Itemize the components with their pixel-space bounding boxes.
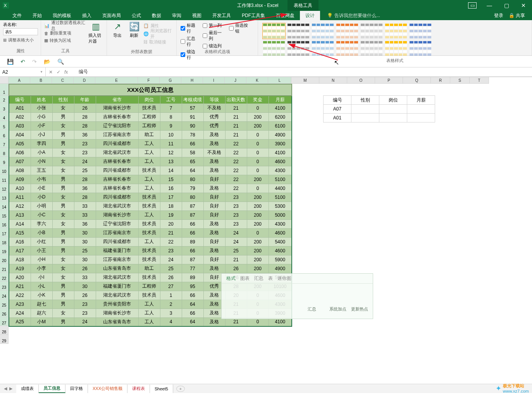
table-cell[interactable]: 66 — [182, 219, 203, 228]
column-header[interactable]: E — [95, 77, 138, 84]
table-cell[interactable]: 17 — [160, 193, 182, 202]
table-cell[interactable]: 小G — [31, 112, 52, 121]
table-cell[interactable]: 1 — [160, 291, 182, 300]
table-cell[interactable]: A20 — [9, 273, 31, 282]
table-cell[interactable]: 30 — [74, 255, 96, 264]
table-cell[interactable]: 4100 — [269, 148, 292, 157]
row-header[interactable]: 22 — [0, 273, 9, 281]
table-cell[interactable]: A05 — [9, 139, 31, 148]
undo-icon[interactable]: ↶ — [21, 59, 25, 65]
table-cell[interactable]: 23 — [225, 219, 247, 228]
table-style-thumb[interactable] — [262, 23, 286, 39]
table-cell[interactable]: 78 — [182, 130, 203, 139]
add-sheet-button[interactable]: + — [176, 386, 185, 392]
table-cell[interactable]: 57 — [182, 103, 203, 112]
table-cell[interactable]: 工人 — [138, 210, 160, 219]
table-cell[interactable]: 7 — [160, 103, 182, 112]
confirm-icon[interactable]: ✓ — [57, 69, 60, 75]
table-cell[interactable]: 男 — [52, 317, 74, 326]
table-cell[interactable]: 65 — [182, 157, 203, 166]
table-cell[interactable]: 及格 — [203, 246, 225, 255]
table-cell[interactable]: 及格 — [203, 157, 225, 166]
table-cell[interactable]: 12 — [160, 148, 182, 157]
table-cell[interactable]: 21 — [225, 130, 247, 139]
table-cell[interactable]: 0 — [247, 148, 269, 157]
table-cell[interactable]: 28 — [74, 193, 96, 202]
table-cell[interactable]: 22 — [225, 157, 247, 166]
table-cell[interactable]: 小E — [31, 184, 52, 193]
qa-tab-chart[interactable]: 图表 — [240, 275, 250, 282]
table-cell[interactable]: 22 — [225, 166, 247, 175]
table-cell[interactable]: 80 — [182, 193, 203, 202]
table-cell[interactable]: 王五 — [31, 166, 52, 175]
lookup-area[interactable]: 编号性别岗位月薪A07A01 — [323, 95, 435, 122]
table-cell[interactable]: 23 — [225, 210, 247, 219]
table-cell[interactable]: 女 — [52, 210, 74, 219]
table-cell[interactable]: A07 — [9, 157, 31, 166]
table-cell[interactable]: 女 — [52, 255, 74, 264]
table-cell[interactable]: 21 — [225, 121, 247, 130]
lookup-cell[interactable]: A01 — [324, 114, 351, 122]
tab-insert[interactable]: 插入 — [77, 11, 97, 20]
header-row-checkbox[interactable]: 标题行 — [181, 22, 199, 34]
table-cell[interactable]: 79 — [182, 184, 203, 193]
table-cell[interactable]: 女 — [52, 264, 74, 273]
table-cell[interactable]: 26 — [74, 291, 96, 300]
table-styles-gallery[interactable] — [261, 22, 440, 58]
column-header[interactable]: O — [347, 77, 375, 84]
row-header[interactable]: 3 — [0, 103, 9, 112]
row-header[interactable]: 19 — [0, 246, 9, 255]
table-cell[interactable]: 28 — [74, 175, 96, 184]
row-header[interactable]: 4 — [0, 112, 9, 121]
table-cell[interactable]: 小L — [31, 282, 52, 291]
table-cell[interactable]: 湖北省武汉市 — [96, 273, 138, 282]
table-cell[interactable]: A06 — [9, 148, 31, 157]
table-cell[interactable]: 福建省厦门市 — [96, 246, 138, 255]
tab-formula[interactable]: 公式 — [126, 11, 146, 20]
login-link[interactable]: 登录 — [494, 12, 503, 19]
table-name-input[interactable] — [3, 28, 38, 35]
table-cell[interactable]: 90 — [182, 121, 203, 130]
lookup-header[interactable]: 性别 — [351, 96, 379, 105]
column-header[interactable]: Q — [403, 77, 431, 84]
table-style-thumb[interactable] — [311, 23, 334, 39]
table-cell[interactable]: 四川省成都市 — [96, 166, 138, 175]
table-cell[interactable]: 及格 — [203, 228, 225, 237]
table-cell[interactable]: 80 — [182, 175, 203, 184]
row-header[interactable]: 18 — [0, 237, 9, 246]
table-cell[interactable]: A25 — [9, 317, 31, 326]
table-cell[interactable]: 不及格 — [203, 148, 225, 157]
table-cell[interactable]: 小明 — [31, 202, 52, 210]
row-header[interactable]: 11 — [0, 174, 9, 183]
table-cell[interactable]: 小K — [31, 291, 52, 300]
table-cell[interactable]: 24 — [225, 228, 247, 237]
table-cell[interactable]: 5300 — [269, 202, 292, 210]
table-cell[interactable]: 良好 — [203, 210, 225, 219]
select-all-corner[interactable] — [0, 77, 9, 84]
table-cell[interactable]: 湖北省武汉市 — [96, 291, 138, 300]
save-icon[interactable]: 💾 — [7, 59, 14, 65]
table-cell[interactable]: 36 — [74, 219, 96, 228]
table-cell[interactable]: A14 — [9, 219, 31, 228]
row-header[interactable]: 10 — [0, 166, 9, 174]
table-cell[interactable]: 26 — [225, 264, 247, 273]
table-cell[interactable]: 工人 — [138, 139, 160, 148]
table-cell[interactable]: 小C — [31, 210, 52, 219]
table-cell[interactable]: 200 — [247, 219, 269, 228]
table-cell[interactable]: 28 — [74, 121, 96, 130]
table-cell[interactable]: 男 — [52, 175, 74, 184]
table-cell[interactable]: 5100 — [269, 193, 292, 202]
table-cell[interactable]: 吉林省长春市 — [96, 157, 138, 166]
table-cell[interactable]: 山东省青岛市 — [96, 264, 138, 273]
table-cell[interactable]: 200 — [247, 121, 269, 130]
table-cell[interactable]: 87 — [182, 202, 203, 210]
pivot-summary-button[interactable]: 📊 通过数据透视表汇总 — [44, 22, 87, 29]
lookup-cell[interactable] — [351, 105, 379, 114]
sheet-tab-grid[interactable]: 田字格 — [65, 385, 88, 393]
column-header[interactable]: C — [52, 77, 74, 84]
table-cell[interactable]: 200 — [247, 237, 269, 246]
tell-me[interactable]: 💡告诉我您想要做什么... — [327, 12, 380, 19]
table-cell[interactable]: 200 — [247, 175, 269, 184]
table-cell[interactable]: 16 — [160, 184, 182, 193]
table-cell[interactable]: 0 — [247, 166, 269, 175]
